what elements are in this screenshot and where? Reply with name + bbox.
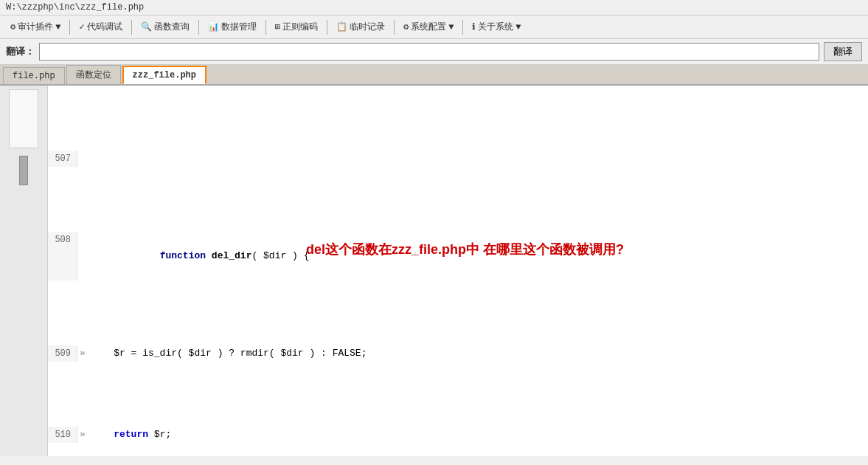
audit-arrow-icon: ▼ [55,22,60,32]
menu-item-regex[interactable]: ⊞ 正则编码 [269,18,324,35]
translate-bar: 翻译： 翻译 [0,39,868,65]
separator-1 [69,20,70,35]
separator-3 [198,20,199,35]
left-panel [0,86,48,456]
menu-bar: ⚙ 审计插件 ▼ ✓ 代码调试 🔍 函数查询 📊 数据管理 ⊞ 正则编码 📋 临… [0,16,868,39]
code-area[interactable]: 507 508 function del_dir( $dir ) { 509 » [48,86,868,456]
debug-icon: ✓ [79,21,84,32]
menu-item-debug[interactable]: ✓ 代码调试 [73,18,128,35]
translate-label: 翻译： [6,45,35,58]
keyword-return-510: return [114,429,148,440]
line-num-510: 510 [48,427,77,443]
config-icon: ⚙ [403,21,409,32]
code-line-510: 510 » return $r; [48,427,868,443]
line-content-510: return $r; [88,427,868,443]
note-icon: 📋 [336,21,347,32]
tab-func-locate[interactable]: 函数定位 [66,65,121,84]
tab-file[interactable]: file.php [3,67,65,84]
line-num-508: 508 [48,232,77,280]
main-area: 507 508 function del_dir( $dir ) { 509 » [0,86,868,456]
about-icon: ℹ [472,21,476,32]
regex-icon: ⊞ [275,21,280,32]
data-icon: 📊 [208,21,219,32]
translate-input[interactable] [39,43,819,61]
keyword-function-508: function [160,250,206,261]
menu-item-tempnote[interactable]: 📋 临时记录 [330,18,391,35]
menu-item-funcquery[interactable]: 🔍 函数查询 [135,18,195,35]
code-line-509: 509 » $r = is_dir( $dir ) ? rmdir( $dir … [48,345,868,362]
line-arrow-509: » [77,345,88,362]
scrollbar-thumb[interactable] [19,156,28,185]
line-arrow-508 [77,232,88,280]
separator-5 [327,20,327,35]
code-wrapper: 507 508 function del_dir( $dir ) { 509 » [48,86,868,456]
menu-item-sysconfig[interactable]: ⚙ 系统配置 ▼ [397,18,459,35]
line-arrow-510: » [77,427,88,443]
separator-7 [462,20,463,35]
line-num-509: 509 [48,345,77,362]
line-arrow-507 [77,151,88,167]
config-arrow-icon: ▼ [448,22,454,32]
menu-item-about[interactable]: ℹ 关于系统 ▼ [466,18,527,35]
code-line-507: 507 [48,151,868,167]
separator-2 [131,20,132,35]
separator-6 [394,20,395,35]
code-container: 507 508 function del_dir( $dir ) { 509 » [48,86,868,456]
separator-4 [265,20,266,35]
menu-item-datamanage[interactable]: 📊 数据管理 [202,18,263,35]
search-icon: 🔍 [141,21,152,32]
tab-bar: file.php 函数定位 zzz_file.php [0,65,868,86]
fn-params-508: ( $dir ) { [251,250,309,261]
translate-button[interactable]: 翻译 [824,42,862,61]
audit-icon: ⚙ [10,21,15,32]
line-content-507 [88,151,868,167]
fn-del-dir: del_dir [212,250,252,261]
menu-item-audit[interactable]: ⚙ 审计插件 ▼ [4,18,66,35]
title-bar: W:\zzzphp\inc\zzz_file.php [0,0,868,16]
annotation-text: del这个函数在zzz_file.php中 在哪里这个函数被调用? [306,241,624,258]
line-num-507: 507 [48,151,77,167]
about-arrow-icon: ▼ [515,22,521,32]
line-content-509: $r = is_dir( $dir ) ? rmdir( $dir ) : FA… [88,345,868,362]
title-path: W:\zzzphp\inc\zzz_file.php [6,2,144,13]
tab-zzz-file[interactable]: zzz_file.php [122,66,206,84]
minimap [9,89,38,148]
